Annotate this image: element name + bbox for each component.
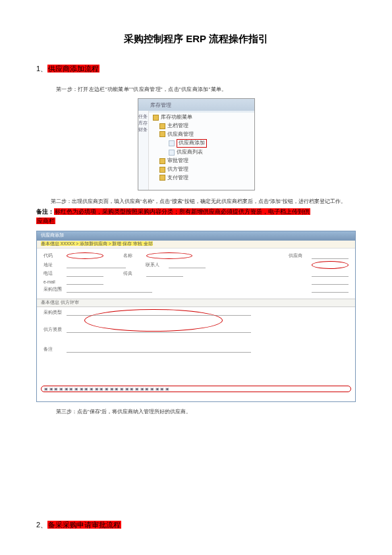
step-3-text: 第三步：点击"保存"后，将供应商纳入管理所好的供应商。 xyxy=(56,409,356,415)
tree-item[interactable]: 供方管理 xyxy=(150,165,253,174)
form-bottom-toolbar[interactable]: ▣ ▣ ▣ ▣ ▣ ▣ ▣ ▣ ▣ ▣ ▣ ▣ ▣ ▣ ▣ ▣ ▣ ▣ ▣ ▣ … xyxy=(41,386,351,392)
address-input[interactable] xyxy=(67,262,126,268)
form-window-title: 供应商添加 xyxy=(37,231,355,241)
form-row: 地址 联系人 xyxy=(43,261,349,269)
field-input[interactable] xyxy=(312,287,349,293)
supplier-input[interactable] xyxy=(312,253,349,259)
folder-icon xyxy=(159,131,165,137)
field-input[interactable] xyxy=(312,279,349,285)
field-input[interactable] xyxy=(312,261,349,269)
field-label: 名称 xyxy=(123,253,144,259)
section-1-num: 1、 xyxy=(36,65,47,73)
folder-icon xyxy=(153,115,159,121)
contact-input[interactable] xyxy=(169,262,206,268)
name-input[interactable] xyxy=(146,252,192,259)
section-2-label: 备采采购申请审批流程 xyxy=(47,521,121,529)
tree-item-label-highlighted: 供应商添加 xyxy=(177,139,207,148)
tree-view: 库存功能菜单 主档管理 供应商管理 供应商添加 供应商列表 审批管理 xyxy=(149,111,254,190)
step-2-text: 第二步：出现供应商页面，填入供应商"名称"，点击"搜索"按钮，确定无此供应商档案… xyxy=(51,198,356,205)
field-input[interactable] xyxy=(312,271,349,277)
field-label: 供应商 xyxy=(289,253,310,259)
note-highlight-1: 标红色为必填项，采购类型按照采购内容分类；所有新增供应商必须提供方资质，电子档上… xyxy=(54,208,310,215)
section-1-header: 1、供应商添加流程 xyxy=(36,64,356,74)
form-row: 电话 传真 xyxy=(43,271,349,277)
file-icon xyxy=(169,140,175,146)
scope-input[interactable] xyxy=(67,287,152,293)
phone-input[interactable] xyxy=(67,271,103,277)
field-label: 代码 xyxy=(43,253,65,259)
tree-item-label: 审批管理 xyxy=(167,158,188,165)
section-2-num: 2、 xyxy=(36,521,47,529)
tree-sidebar: 任务 库存 财务 xyxy=(138,111,149,190)
screenshot-tree-panel: 库存管理 任务 库存 财务 库存功能菜单 主档管理 供应商管理 供应商添加 供应 xyxy=(138,98,255,190)
field-label: 联系人 xyxy=(146,262,167,268)
form-tabs[interactable]: 基本信息 供方评审 xyxy=(37,299,355,307)
form-upper: 代码 名称 供应商 地址 联系人 电话 传真 e-mail 采购范围 xyxy=(37,248,355,299)
field-label: 采购类型 xyxy=(43,310,65,316)
tree-item[interactable]: 主档管理 xyxy=(150,122,253,131)
tree-item-label: 供应商列表 xyxy=(177,149,203,156)
form-row: 采购范围 xyxy=(43,287,349,293)
tree-item[interactable]: 供应商列表 xyxy=(150,148,253,157)
field-label: 地址 xyxy=(43,262,65,268)
file-icon xyxy=(169,150,175,156)
field-label: 供方资质 xyxy=(43,327,65,333)
tree-root-label: 库存功能菜单 xyxy=(161,114,192,121)
form-row: e-mail xyxy=(43,279,349,285)
folder-icon xyxy=(159,175,165,181)
tree-item-label: 供应商管理 xyxy=(167,131,194,138)
field-label: 采购范围 xyxy=(43,287,65,293)
tree-item[interactable]: 供应商管理 xyxy=(150,131,253,139)
toolbar-text: 基本信息 XXXXX > 添加新供应商 > 新增 保存 审核 全部 xyxy=(41,241,153,246)
note-highlight-2: 应商栏 xyxy=(36,218,55,224)
tree-item-label: 支付管理 xyxy=(167,175,188,182)
tree-root[interactable]: 库存功能菜单 xyxy=(150,113,253,122)
field-label: 备注 xyxy=(43,347,65,353)
tree-item-label: 主档管理 xyxy=(167,123,188,130)
step-1-text: 第一步：打开左边栏"功能菜单""供应商管理"，点击"供应商添加"菜单。 xyxy=(56,86,356,93)
tree-item[interactable]: 支付管理 xyxy=(150,174,253,183)
note-label: 备注： xyxy=(36,208,54,215)
folder-icon xyxy=(159,167,165,173)
folder-icon xyxy=(159,158,165,164)
tree-item-supplier-add[interactable]: 供应商添加 xyxy=(150,138,253,148)
field-label: e-mail xyxy=(43,279,65,284)
note-block: 备注：标红色为必填项，采购类型按照采购内容分类；所有新增供应商必须提供方资质，电… xyxy=(36,208,356,225)
tree-item[interactable]: 审批管理 xyxy=(150,157,253,165)
annotation-oval xyxy=(84,309,223,332)
field-label: 传真 xyxy=(123,271,144,277)
fax-input[interactable] xyxy=(146,271,183,277)
screenshot-form-window: 供应商添加 基本信息 XXXXX > 添加新供应商 > 新增 保存 审核 全部 … xyxy=(36,231,356,402)
folder-icon xyxy=(159,123,165,129)
section-1-label: 供应商添加流程 xyxy=(47,65,99,73)
tree-window-title: 库存管理 xyxy=(138,99,254,111)
doc-title: 采购控制程序 ERP 流程操作指引 xyxy=(36,33,356,45)
remark-input[interactable] xyxy=(67,347,251,353)
email-input[interactable] xyxy=(67,279,103,285)
code-input[interactable] xyxy=(67,252,103,259)
section-2-header: 2、备采采购申请审批流程 xyxy=(36,520,121,530)
form-toolbar[interactable]: 基本信息 XXXXX > 添加新供应商 > 新增 保存 审核 全部 xyxy=(37,241,355,248)
tree-item-label: 供方管理 xyxy=(167,166,188,173)
form-row: 代码 名称 供应商 xyxy=(43,252,349,259)
field-label: 电话 xyxy=(43,271,65,277)
